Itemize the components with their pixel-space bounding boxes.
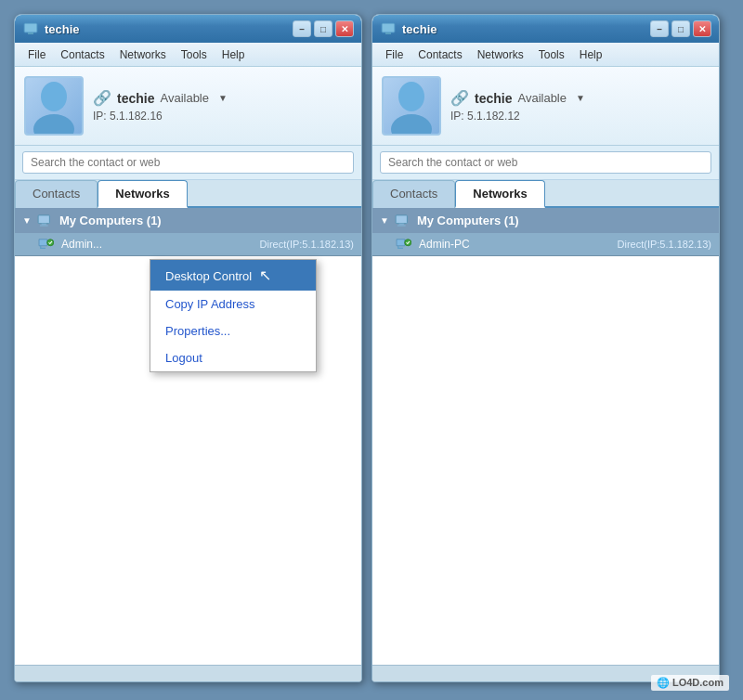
window-title-2: techie [402,22,650,36]
tab-contacts-1[interactable]: Contacts [15,180,98,208]
computer-icon-header-1 [37,214,54,227]
tree-row-1[interactable]: Admin... Direct(IP:5.1.182.13) [15,233,361,256]
tree-header-label-1: My Computers (1) [59,214,162,227]
menu-help-1[interactable]: Help [215,45,253,64]
app-icon-1 [22,20,39,37]
profile-status-1: Available [160,91,209,105]
status-bar-1 [15,665,361,681]
content-area-1: ▼ My Computers (1) Admin... Direct(IP:5.… [15,208,361,665]
svg-rect-4 [38,214,49,223]
profile-logo-2: 🔗 [450,89,469,107]
tree-expand-arrow-1[interactable]: ▼ [22,215,32,226]
menu-tools-1[interactable]: Tools [174,45,215,64]
cursor-icon: ↖ [259,266,271,284]
search-area-2 [372,146,719,180]
title-bar-2: techie – □ ✕ [372,15,719,43]
svg-rect-13 [399,223,404,225]
minimize-button-2[interactable]: – [650,20,669,37]
status-dropdown-2[interactable]: ▼ [576,93,585,103]
window-1: techie – □ ✕ File Contacts Networks Tool… [14,14,362,682]
tree-header-2: ▼ My Computers (1) [372,208,719,233]
title-bar-1: techie – □ ✕ [15,15,361,43]
close-button-1[interactable]: ✕ [335,20,354,37]
svg-point-2 [41,82,67,111]
menu-networks-1[interactable]: Networks [112,45,174,64]
minimize-button-1[interactable]: – [293,20,311,37]
app-icon-2 [380,20,397,37]
menu-tools-2[interactable]: Tools [531,45,572,64]
tree-row-status-2: Direct(IP:5.1.182.13) [618,239,712,250]
context-properties[interactable]: Properties... [150,318,316,344]
svg-rect-6 [40,225,48,226]
watermark: 🌐 LO4D.com [651,675,729,691]
menu-contacts-2[interactable]: Contacts [411,45,469,64]
tree-section-1: ▼ My Computers (1) Admin... Direct(IP:5.… [15,208,361,256]
tabs-bar-1: Contacts Networks [15,180,361,208]
profile-area-2: 🔗 techie Available ▼ IP: 5.1.182.12 [372,67,719,146]
avatar-1 [24,76,84,136]
menu-file-1[interactable]: File [20,45,53,64]
svg-rect-5 [42,223,46,225]
close-button-2[interactable]: ✕ [693,20,711,37]
profile-logo-1: 🔗 [93,89,111,107]
tree-row-2[interactable]: Admin-PC Direct(IP:5.1.182.13) [372,233,719,256]
maximize-button-1[interactable]: □ [314,20,332,37]
svg-point-11 [391,114,432,134]
tree-row-name-1: Admin... [61,238,253,251]
tab-networks-1[interactable]: Networks [98,180,188,208]
context-menu-1: Desktop Control ↖ Copy IP Address Proper… [150,259,317,372]
title-bar-controls-2: – □ ✕ [650,20,711,37]
svg-point-10 [398,82,424,111]
profile-name-1: techie [117,91,154,106]
menu-bar-2: File Contacts Networks Tools Help [372,43,719,67]
profile-ip-2: IP: 5.1.182.12 [450,110,585,123]
title-bar-controls-1: – □ ✕ [293,20,354,37]
menu-networks-2[interactable]: Networks [470,45,531,64]
avatar-2 [382,76,441,136]
profile-info-1: 🔗 techie Available ▼ IP: 5.1.182.16 [93,89,228,123]
svg-rect-8 [382,23,395,32]
svg-rect-14 [398,225,406,226]
tab-networks-2[interactable]: Networks [455,180,545,208]
tree-expand-arrow-2[interactable]: ▼ [380,215,389,226]
profile-name-row-2: 🔗 techie Available ▼ [450,89,585,107]
status-dropdown-1[interactable]: ▼ [218,93,228,103]
tabs-bar-2: Contacts Networks [372,180,719,208]
context-desktop-control[interactable]: Desktop Control ↖ [150,260,316,291]
tab-contacts-2[interactable]: Contacts [372,180,455,208]
profile-name-2: techie [475,91,512,106]
tree-section-2: ▼ My Computers (1) Admin-PC Direct(IP:5.… [372,208,719,256]
tree-row-status-1: Direct(IP:5.1.182.13) [260,239,355,250]
svg-rect-9 [385,32,391,34]
profile-ip-1: IP: 5.1.182.16 [93,110,228,123]
content-area-2: ▼ My Computers (1) Admin-PC Direct(IP:5.… [372,208,719,665]
svg-rect-0 [24,23,37,32]
tree-header-1: ▼ My Computers (1) [15,208,361,233]
context-logout[interactable]: Logout [150,344,316,371]
menu-bar-1: File Contacts Networks Tools Help [15,43,361,67]
search-input-1[interactable] [22,151,354,174]
profile-name-row-1: 🔗 techie Available ▼ [93,89,228,107]
menu-contacts-1[interactable]: Contacts [53,45,111,64]
search-area-1 [15,146,361,180]
search-input-2[interactable] [380,151,711,174]
tree-header-label-2: My Computers (1) [417,214,519,227]
profile-info-2: 🔗 techie Available ▼ IP: 5.1.182.12 [450,89,585,123]
svg-rect-12 [396,214,407,223]
tree-row-computer-icon-1 [37,238,54,251]
tree-row-computer-icon-2 [395,238,411,251]
menu-help-2[interactable]: Help [572,45,610,64]
profile-status-2: Available [517,91,567,105]
maximize-button-2[interactable]: □ [671,20,690,37]
svg-point-3 [33,114,74,134]
computer-icon-header-2 [395,214,411,227]
profile-area-1: 🔗 techie Available ▼ IP: 5.1.182.16 [15,67,361,146]
window-2: techie – □ ✕ File Contacts Networks Tool… [372,14,720,682]
context-copy-ip[interactable]: Copy IP Address [150,291,316,318]
menu-file-2[interactable]: File [378,45,411,64]
window-title-1: techie [45,22,293,36]
svg-rect-1 [28,32,33,34]
tree-row-name-2: Admin-PC [419,238,610,251]
